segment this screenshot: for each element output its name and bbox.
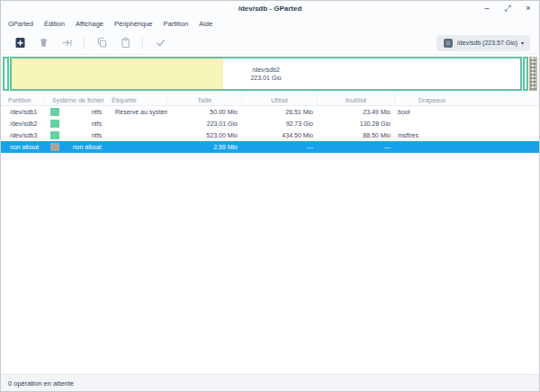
cell-filesystem: ntfs [44, 129, 104, 141]
cell-filesystem: ntfs [44, 106, 104, 118]
cell-unused: 23.49 Mio [317, 106, 394, 118]
status-bar: 0 opération en attente [1, 374, 539, 391]
partition-visual-sdb2[interactable]: /dev/sdb2 223.01 Gio [10, 57, 522, 91]
cell-label [104, 129, 167, 141]
menu-partition[interactable]: Partition [158, 18, 194, 30]
disk-visual-area: /dev/sdb2 223.01 Gio [1, 55, 539, 94]
partition-visual-sdb3[interactable] [523, 57, 528, 91]
header-used: Utilisé [241, 94, 317, 105]
cell-flags: msftres [394, 129, 539, 141]
table-row-unallocated[interactable]: non alloué non alloué 2.59 Mio --- --- [1, 141, 539, 153]
cell-label [104, 118, 167, 129]
empty-area [1, 153, 539, 374]
pending-operations-text: 0 opération en attente [8, 379, 74, 388]
filesystem-color-swatch [50, 131, 59, 139]
hard-drive-icon [443, 38, 454, 49]
cell-used: --- [241, 141, 317, 153]
menu-gparted[interactable]: GParted [3, 18, 39, 30]
cell-filesystem: ntfs [44, 118, 104, 129]
filesystem-name: non alloué [73, 144, 102, 150]
cell-used: 434.50 Mio [241, 129, 317, 141]
paste-partition-button[interactable] [113, 34, 137, 52]
restore-button[interactable]: ⤢ [502, 4, 513, 13]
gparted-window: /dev/sdb - GParted – ⤢ × GParted Édition… [0, 0, 540, 392]
filesystem-name: ntfs [92, 120, 102, 127]
new-partition-button[interactable] [8, 34, 32, 52]
copy-partition-button[interactable] [90, 34, 113, 52]
cell-filesystem: non alloué [44, 141, 104, 153]
partition-visual-label: /dev/sdb2 223.01 Gio [250, 66, 281, 82]
cell-flags [394, 118, 539, 129]
toolbar: /dev/sdb (223.57 Gio) ▾ [1, 31, 539, 55]
minimize-button[interactable]: – [482, 4, 492, 13]
disk-visual-bar: /dev/sdb2 223.01 Gio [3, 57, 537, 91]
cell-flags: boot [394, 106, 539, 118]
header-partition: Partition [1, 94, 44, 105]
partition-visual-unallocated[interactable] [529, 57, 537, 91]
title-bar: /dev/sdb - GParted – ⤢ × [1, 1, 539, 16]
checkmark-icon [155, 37, 166, 49]
delete-partition-button[interactable] [32, 34, 55, 52]
window-title: /dev/sdb - GParted [238, 4, 302, 13]
header-filesystem: Système de fichiers [44, 94, 104, 105]
cell-unused: --- [317, 141, 394, 153]
used-space-fill [12, 58, 223, 89]
cell-size: 523.00 Mio [167, 129, 241, 141]
table-row-sdb3[interactable]: /dev/sdb3 ntfs 523.00 Mio 434.50 Mio 88.… [1, 129, 539, 141]
toolbar-separator [84, 37, 85, 49]
cell-unused: 88.50 Mio [317, 129, 394, 141]
paste-icon [120, 37, 131, 49]
cell-partition: /dev/sdb3 [1, 129, 44, 141]
menu-edition[interactable]: Édition [39, 18, 70, 30]
cell-size: 223.01 Gio [167, 118, 241, 129]
filesystem-color-swatch [50, 120, 59, 128]
toolbar-separator [142, 37, 143, 49]
cell-label: Réservé au système [104, 106, 167, 118]
filesystem-color-swatch [50, 108, 59, 116]
window-controls: – ⤢ × [482, 1, 534, 16]
cell-label [104, 141, 167, 153]
cell-flags [394, 141, 539, 153]
partition-visual-sdb1[interactable] [3, 57, 9, 91]
header-unused: Inutilisé [317, 94, 394, 105]
partition-table: Partition Système de fichiers Étiquette … [1, 94, 539, 374]
cell-partition: /dev/sdb1 [1, 106, 44, 118]
header-label: Étiquette [104, 94, 167, 105]
table-row-sdb1[interactable]: /dev/sdb1 ntfs Réservé au système 50.00 … [1, 106, 539, 118]
menu-bar: GParted Édition Affichage Périphérique P… [1, 16, 539, 31]
table-header-row: Partition Système de fichiers Étiquette … [1, 94, 539, 106]
cell-used: 92.73 Gio [241, 118, 317, 129]
trash-icon [38, 37, 50, 49]
filesystem-name: ntfs [92, 132, 102, 138]
apply-operations-button[interactable] [148, 34, 172, 52]
partition-visual-name: /dev/sdb2 [250, 66, 281, 74]
menu-aide[interactable]: Aide [194, 18, 218, 30]
menu-peripherique[interactable]: Périphérique [109, 18, 158, 30]
cell-used: 26.51 Mio [241, 106, 317, 118]
cell-partition: non alloué [1, 141, 44, 153]
table-row-sdb2[interactable]: /dev/sdb2 ntfs 223.01 Gio 92.73 Gio 130.… [1, 118, 539, 129]
device-selector-label: /dev/sdb (223.57 Gio) [457, 40, 518, 46]
header-flags: Drapeaux [394, 94, 539, 105]
partition-visual-size: 223.01 Gio [250, 74, 281, 82]
copy-icon [96, 37, 108, 49]
resize-move-button[interactable] [55, 34, 78, 52]
filesystem-name: ntfs [92, 109, 102, 115]
device-selector[interactable]: /dev/sdb (223.57 Gio) ▾ [436, 35, 530, 51]
header-size: Taille [167, 94, 241, 105]
resize-arrow-icon [61, 37, 73, 49]
cell-size: 50.00 Mio [167, 106, 241, 118]
cell-unused: 130.28 Gio [317, 118, 394, 129]
menu-affichage[interactable]: Affichage [70, 18, 109, 30]
cell-size: 2.59 Mio [167, 141, 241, 153]
chevron-down-icon: ▾ [521, 40, 524, 46]
cell-partition: /dev/sdb2 [1, 118, 44, 129]
filesystem-color-swatch [50, 143, 59, 151]
close-button[interactable]: × [523, 4, 534, 13]
new-partition-icon [14, 37, 26, 49]
